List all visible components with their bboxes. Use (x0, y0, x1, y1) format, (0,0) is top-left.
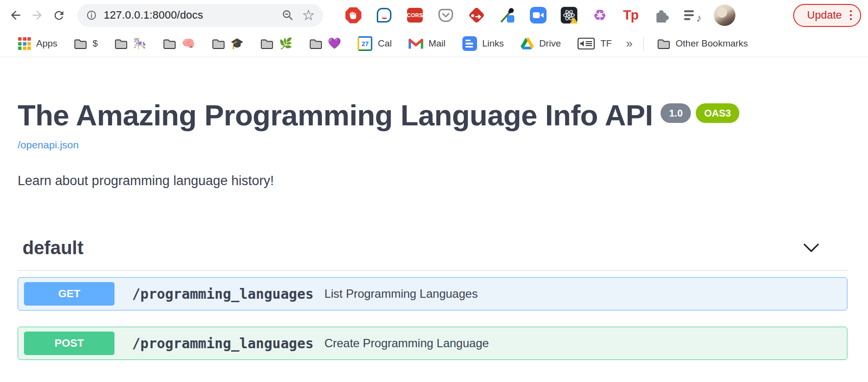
purple-heart-emoji: 💜 (328, 38, 341, 49)
graduation-cap-emoji: 🎓 (230, 38, 244, 49)
bookmark-folder-graduation[interactable]: 🎓 (204, 38, 252, 49)
react-devtools-icon[interactable] (560, 5, 578, 25)
toggl-icon[interactable]: Tp (622, 5, 640, 25)
announcement-card-icon (577, 37, 595, 50)
endpoint-summary: Create Programming Language (324, 336, 489, 350)
bookmark-folder-brain[interactable]: 🧠 (155, 38, 203, 49)
version-badge: 1.0 (661, 103, 691, 123)
bookmark-links[interactable]: Links (454, 36, 512, 51)
gmail-icon (409, 38, 423, 49)
links-list-icon (462, 36, 477, 51)
google-calendar-icon: 27 (358, 36, 372, 51)
url-text[interactable]: 127.0.0.1:8000/docs (104, 9, 281, 22)
folder-icon (114, 38, 128, 49)
zoom-camera-icon[interactable] (529, 5, 547, 25)
folder-icon (309, 38, 322, 49)
pocket-icon[interactable] (437, 5, 455, 25)
extensions-row: CORS ➔ ♻ Tp (344, 5, 701, 25)
herb-emoji: 🌿 (279, 38, 292, 49)
folder-icon (657, 38, 670, 49)
back-button[interactable] (5, 4, 26, 26)
page-title: The Amazing Programming Language Info AP… (18, 99, 653, 132)
apps-grid-icon (18, 37, 31, 50)
page-info-icon[interactable] (86, 10, 97, 21)
cors-icon[interactable]: CORS (406, 5, 424, 25)
bookmarks-overflow-chevron[interactable]: » (620, 37, 638, 50)
endpoint-path: /programming_languages (132, 335, 314, 352)
color-picker-icon[interactable] (499, 5, 516, 25)
adblock-icon[interactable] (344, 5, 362, 25)
reload-button[interactable] (48, 4, 69, 26)
chat-bubble-icon[interactable] (375, 5, 393, 25)
bookmark-other-bookmarks[interactable]: Other Bookmarks (649, 38, 756, 49)
openapi-json-link[interactable]: /openapi.json (18, 139, 79, 151)
endpoint-path: /programming_languages (132, 286, 314, 302)
bookmark-folder-herb[interactable]: 🌿 (252, 38, 300, 49)
browser-menu-kebab-icon[interactable] (850, 10, 852, 21)
redirect-icon[interactable]: ➔ (468, 5, 485, 25)
api-info-header: The Amazing Programming Language Info AP… (18, 99, 847, 132)
puzzle-icon[interactable] (653, 5, 670, 25)
chevron-down-icon (802, 243, 820, 254)
bookmark-gmail[interactable]: Mail (400, 38, 454, 49)
update-label: Update (807, 9, 842, 22)
carousel-horse-emoji: 🎠 (133, 38, 146, 49)
update-button[interactable]: Update (793, 4, 861, 27)
forward-button[interactable] (26, 4, 48, 26)
brain-emoji: 🧠 (182, 38, 195, 49)
music-note-glyph: ♪ (696, 12, 702, 24)
get-method-button[interactable]: GET (24, 282, 114, 306)
folder-icon (74, 38, 87, 49)
music-queue-icon[interactable]: ♪ (684, 5, 701, 25)
bookmark-star-icon[interactable]: ☆ (302, 8, 315, 23)
folder-icon (212, 38, 225, 49)
endpoint-summary: List Programming Languages (324, 287, 478, 301)
reload-icon (52, 9, 66, 22)
api-badges: 1.0 OAS3 (661, 103, 739, 123)
bookmark-apps[interactable]: Apps (10, 37, 66, 50)
oas3-badge: OAS3 (696, 103, 739, 123)
zoom-out-page-icon[interactable] (281, 9, 294, 22)
back-arrow-icon (9, 8, 23, 22)
collapse-section-button[interactable] (802, 243, 820, 254)
bookmarks-divider (643, 36, 644, 51)
endpoint-row-get[interactable]: GET /programming_languages List Programm… (18, 277, 847, 310)
bookmark-calendar[interactable]: 27 Cal (349, 36, 400, 51)
bookmarks-bar: Apps $ 🎠 🧠 🎓 🌿 💜 27 Cal Mail Link (0, 30, 868, 57)
folder-icon (260, 38, 274, 49)
tag-section-title: default (23, 238, 84, 259)
profile-avatar[interactable] (714, 4, 735, 26)
api-description: Learn about programming language history… (18, 173, 847, 189)
recycle-icon[interactable]: ♻ (591, 5, 609, 25)
tag-section-header[interactable]: default (18, 238, 847, 271)
bookmark-folder-purple-heart[interactable]: 💜 (301, 38, 349, 49)
folder-icon (163, 38, 176, 49)
bookmark-drive[interactable]: Drive (512, 38, 569, 49)
endpoint-row-post[interactable]: POST /programming_languages Create Progr… (18, 327, 847, 360)
swagger-page: The Amazing Programming Language Info AP… (0, 99, 868, 360)
browser-toolbar: 127.0.0.1:8000/docs ☆ CORS ➔ (0, 0, 868, 30)
google-drive-icon (521, 38, 534, 49)
address-bar[interactable]: 127.0.0.1:8000/docs ☆ (77, 4, 323, 27)
forward-arrow-icon (30, 8, 44, 22)
bookmark-tf[interactable]: TF (569, 37, 620, 50)
post-method-button[interactable]: POST (24, 332, 114, 355)
bookmark-folder-dollar[interactable]: $ (66, 38, 106, 49)
bookmark-folder-carousel[interactable]: 🎠 (106, 38, 155, 49)
